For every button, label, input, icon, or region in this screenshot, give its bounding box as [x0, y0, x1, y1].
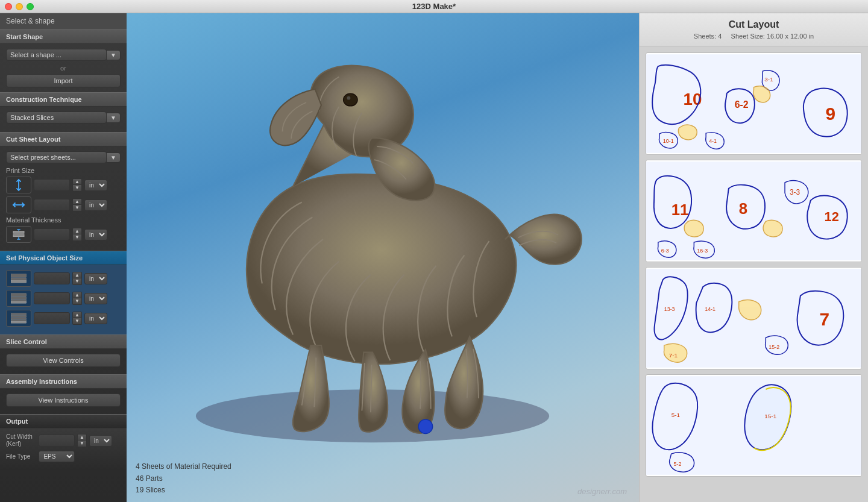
- dim2-input[interactable]: 2.898: [34, 292, 70, 304]
- svg-text:4-1: 4-1: [709, 138, 717, 144]
- svg-text:7: 7: [820, 309, 830, 329]
- width-input[interactable]: 16.000: [34, 199, 70, 211]
- cut-layout-header: Cut Layout Sheets: 4 Sheet Size: 16.00 x…: [640, 13, 868, 46]
- dim1-input[interactable]: 6.037: [34, 272, 70, 284]
- dim3-up-btn[interactable]: ▲: [72, 312, 82, 318]
- cut-width-unit-select[interactable]: in mm: [89, 435, 112, 447]
- dim1-unit-select[interactable]: in mm: [84, 273, 107, 284]
- dim3-input[interactable]: 8.000: [34, 312, 70, 324]
- svg-text:8: 8: [739, 200, 747, 217]
- height-unit-select[interactable]: in mm: [84, 180, 107, 191]
- close-button[interactable]: [5, 3, 12, 10]
- sheet-4[interactable]: 5-1 15-1 5-2: [646, 374, 862, 477]
- shape-select[interactable]: Select a shape ...: [6, 49, 107, 61]
- thickness-spinners: ▲ ▼: [72, 228, 82, 241]
- shape-dropdown-arrow[interactable]: ▼: [106, 50, 121, 60]
- svg-rect-3: [13, 234, 24, 237]
- sheet-2[interactable]: 11 8 3-3 12 6-3 16-3: [646, 160, 862, 262]
- dim1-up-btn[interactable]: ▲: [72, 272, 82, 278]
- preset-sheets-row: Select preset sheets... ▼: [6, 151, 121, 163]
- dim2-unit-select[interactable]: in mm: [84, 293, 107, 304]
- width-unit-select[interactable]: in mm: [84, 199, 107, 211]
- thickness-icon: [6, 226, 31, 243]
- dim1-down-btn[interactable]: ▼: [72, 278, 82, 285]
- dim3-down-btn[interactable]: ▼: [72, 318, 82, 325]
- technique-dropdown-row: Stacked Slices ▼: [6, 111, 121, 124]
- svg-text:16-3: 16-3: [697, 248, 708, 254]
- width-down-btn[interactable]: ▼: [72, 205, 82, 212]
- svg-rect-10: [11, 281, 26, 283]
- dim1-row: 6.037 ▲ ▼ in mm: [6, 270, 121, 287]
- thickness-down-btn[interactable]: ▼: [72, 234, 82, 241]
- width-up-btn[interactable]: ▲: [72, 198, 82, 205]
- technique-dropdown-arrow[interactable]: ▼: [106, 113, 121, 123]
- window-title: 123D Make*: [412, 2, 456, 11]
- height-input[interactable]: 12.000: [34, 179, 70, 191]
- cut-sheet-layout-header: Cut Sheet Layout: [0, 132, 127, 146]
- view-controls-button[interactable]: View Controls: [6, 354, 121, 367]
- svg-rect-19: [11, 321, 26, 323]
- dim2-row: 2.898 ▲ ▼ in mm: [6, 290, 121, 307]
- sheet-3[interactable]: 13-3 14-1 7 7-1 15-2: [646, 267, 862, 369]
- left-panel: Select & shape Start Shape Select a shap…: [0, 13, 127, 502]
- dog-model-svg: [127, 13, 629, 492]
- svg-text:6-3: 6-3: [661, 248, 669, 254]
- svg-rect-2: [13, 231, 24, 234]
- import-button[interactable]: Import: [6, 74, 121, 87]
- minimize-button[interactable]: [16, 3, 23, 10]
- select-shape-bar[interactable]: Select & shape: [0, 13, 127, 30]
- thickness-unit-select[interactable]: in mm: [84, 229, 107, 240]
- preset-sheets-select[interactable]: Select preset sheets...: [6, 151, 107, 163]
- print-size-label: Print Size: [6, 167, 121, 174]
- svg-text:11: 11: [671, 201, 689, 218]
- cut-width-input[interactable]: 0.005: [39, 435, 75, 447]
- view-instructions-button[interactable]: View Instructions: [6, 394, 121, 407]
- construction-technique-header: Construction Technique: [0, 92, 127, 107]
- svg-rect-15: [11, 313, 26, 315]
- output-content: Cut Width(Kerf) 0.005 ▲ ▼ in mm File Typ…: [0, 428, 127, 470]
- assembly-header: Assembly Instructions: [0, 374, 127, 389]
- material-thickness-label: Material Thickness: [6, 216, 121, 224]
- svg-rect-8: [11, 274, 26, 277]
- thickness-input[interactable]: 0.155: [34, 228, 70, 240]
- dim3-icon: [6, 310, 31, 327]
- sheets-container[interactable]: 10 6-2 3-1 9 10-1 4-1: [640, 46, 868, 502]
- sheet-1[interactable]: 10 6-2 3-1 9 10-1 4-1: [646, 52, 862, 155]
- dim1-spinners: ▲ ▼: [72, 272, 82, 285]
- cut-width-down-btn[interactable]: ▼: [77, 441, 87, 447]
- preset-sheets-arrow[interactable]: ▼: [106, 152, 121, 163]
- svg-text:5-1: 5-1: [671, 412, 681, 418]
- svg-rect-18: [11, 320, 26, 322]
- slice-control-header: Slice Control: [0, 334, 127, 349]
- cut-width-label: Cut Width(Kerf): [6, 433, 33, 448]
- dim2-spinners: ▲ ▼: [72, 292, 82, 305]
- file-type-select[interactable]: EPS PDF DXF: [39, 451, 75, 462]
- output-header: Output: [0, 414, 127, 428]
- svg-text:3-1: 3-1: [764, 76, 773, 83]
- width-input-row: 16.000 ▲ ▼ in mm: [6, 196, 121, 213]
- dim3-unit-select[interactable]: in mm: [84, 313, 107, 324]
- height-down-btn[interactable]: ▼: [72, 185, 82, 192]
- svg-rect-14: [11, 301, 26, 303]
- dim2-down-btn[interactable]: ▼: [72, 298, 82, 305]
- sheets-count: Sheets: 4: [694, 33, 722, 40]
- sheets-status: 4 Sheets of Material Required: [136, 461, 231, 472]
- svg-point-22: [347, 96, 351, 99]
- svg-text:12: 12: [825, 209, 839, 224]
- technique-select[interactable]: Stacked Slices: [6, 111, 107, 124]
- viewport[interactable]: 4 Sheets of Material Required 46 Parts 1…: [127, 13, 639, 502]
- right-panel: Cut Layout Sheets: 4 Sheet Size: 16.00 x…: [639, 13, 868, 502]
- svg-rect-11: [11, 293, 26, 296]
- height-up-btn[interactable]: ▲: [72, 178, 82, 185]
- maximize-button[interactable]: [27, 3, 34, 10]
- thickness-up-btn[interactable]: ▲: [72, 228, 82, 234]
- titlebar: 123D Make*: [0, 0, 868, 13]
- svg-rect-12: [11, 296, 26, 300]
- svg-rect-16: [11, 315, 26, 317]
- cut-width-up-btn[interactable]: ▲: [77, 434, 87, 441]
- sheet-1-svg: 10 6-2 3-1 9 10-1 4-1: [646, 53, 861, 154]
- svg-text:9: 9: [826, 104, 836, 124]
- svg-text:3-3: 3-3: [790, 188, 800, 196]
- dim2-up-btn[interactable]: ▲: [72, 292, 82, 298]
- height-spinners: ▲ ▼: [72, 178, 82, 192]
